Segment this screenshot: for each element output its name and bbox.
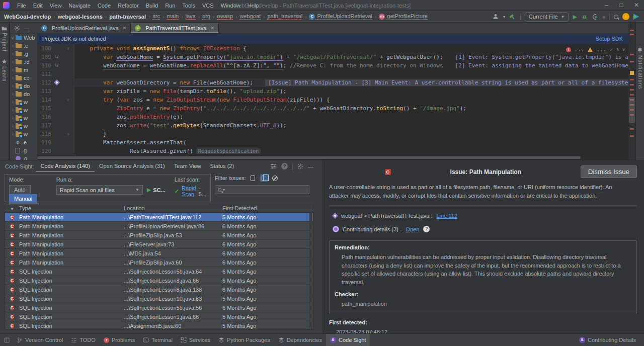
- menu-code[interactable]: Code: [94, 3, 114, 9]
- menu-window[interactable]: Window: [217, 3, 244, 9]
- tab-close-icon[interactable]: ✕: [123, 26, 127, 31]
- issue-row[interactable]: CSQL Injection...\SqlInjectionLesson5b.j…: [5, 267, 313, 276]
- fold-marker[interactable]: [62, 87, 74, 96]
- scan-button[interactable]: ▶ SC...: [147, 187, 166, 193]
- code-sight-tab[interactable]: Status (2): [205, 160, 238, 172]
- fold-marker[interactable]: [62, 113, 74, 121]
- code-sight-tab[interactable]: Code Analysis (140): [36, 160, 94, 172]
- filter-all-files-icon[interactable]: [260, 174, 268, 182]
- menu-vcs[interactable]: VCS: [199, 3, 217, 9]
- next-issue-icon[interactable]: ∨: [622, 47, 625, 52]
- fold-marker[interactable]: [62, 121, 74, 130]
- menu-file[interactable]: File: [14, 3, 30, 9]
- statusbar-problems[interactable]: !Problems: [100, 334, 139, 346]
- issue-row[interactable]: CSQL Injection...\Assignment5.java:605 M…: [5, 321, 313, 330]
- issue-row[interactable]: CSQL Injection...\SqlInjectionLesson10.j…: [5, 294, 313, 303]
- tree-item[interactable]: ›w: [10, 114, 37, 122]
- code-line[interactable]: 115 ZipEntry e = new ZipEntry("../../../…: [37, 104, 635, 113]
- menu-help[interactable]: Help: [244, 3, 263, 9]
- tree-root-item[interactable]: ∨Web: [10, 34, 37, 42]
- breadcrumb-item[interactable]: main: [167, 13, 179, 20]
- breadcrumb-item[interactable]: webgoat-lessons: [58, 14, 103, 20]
- menu-view[interactable]: View: [46, 3, 65, 9]
- panel-settings-gear-icon[interactable]: [297, 163, 303, 169]
- toolwindow-switcher-icon[interactable]: [4, 337, 10, 343]
- issue-row[interactable]: CPath Manipulation...\ProfileUploadRetri…: [5, 222, 313, 231]
- project-settings-gear-icon[interactable]: [14, 25, 20, 31]
- build-hammer-icon[interactable]: [509, 13, 516, 20]
- column-location[interactable]: Location: [124, 205, 222, 212]
- fold-marker[interactable]: [62, 104, 74, 113]
- notifications-bell-icon[interactable]: [637, 47, 643, 53]
- breadcrumb-item[interactable]: path-traversal: [109, 14, 146, 20]
- table-scrollbar[interactable]: [309, 213, 312, 329]
- statusbar-contributing-details[interactable]: SContributing Details: [575, 334, 640, 346]
- statusbar-code-sight[interactable]: SCode Sight: [326, 334, 370, 346]
- maximize-button[interactable]: □: [614, 0, 629, 11]
- issue-search-input[interactable]: ▾: [215, 185, 309, 194]
- tree-item[interactable]: ⚙.e: [10, 138, 37, 146]
- editor-error-stripe[interactable]: [628, 23, 635, 160]
- notifications-strip-label[interactable]: Notifications: [637, 55, 643, 89]
- fold-marker[interactable]: [62, 70, 74, 78]
- tree-item[interactable]: ›co: [10, 74, 37, 82]
- taint-diamond-icon[interactable]: [54, 79, 59, 85]
- tree-item[interactable]: ›w: [10, 130, 37, 138]
- code-line[interactable]: 116 zos.putNextEntry(e);: [37, 113, 635, 121]
- issue-table-header[interactable]: ▼ Type Location First Detected: [5, 205, 313, 213]
- fold-marker[interactable]: ∨: [62, 44, 74, 53]
- fold-marker[interactable]: ∧: [62, 130, 74, 138]
- contributing-help-icon[interactable]: ?: [423, 226, 430, 232]
- code-line[interactable]: 111: [37, 70, 635, 78]
- taint-flow-icon[interactable]: [54, 63, 60, 68]
- close-button[interactable]: ✕: [629, 0, 644, 11]
- panel-minimize-icon[interactable]: —: [308, 163, 313, 169]
- menu-refactor[interactable]: Refactor: [114, 3, 142, 9]
- fold-marker[interactable]: [62, 138, 74, 147]
- coverage-icon[interactable]: [592, 14, 598, 20]
- fold-marker[interactable]: [62, 147, 74, 155]
- run-config-selector[interactable]: Current File ▼: [525, 12, 569, 22]
- statusbar-todo[interactable]: TODO: [67, 334, 100, 346]
- tree-item[interactable]: ›do: [10, 90, 37, 98]
- issue-row[interactable]: CPath Manipulation...\PathTraversalITTes…: [5, 213, 313, 222]
- breadcrumb-item[interactable]: org: [202, 13, 210, 20]
- breadcrumb-item[interactable]: owasp: [217, 13, 233, 20]
- minimize-button[interactable]: –: [599, 0, 614, 11]
- project-toolwindow-icon[interactable]: [2, 26, 7, 31]
- statusbar-python-packages[interactable]: Python Packages: [214, 334, 274, 346]
- editor-tab[interactable]: CPathTraversalITTest.java✕: [131, 23, 219, 33]
- contributing-open-link[interactable]: Open: [406, 226, 419, 232]
- code-line[interactable]: 120 RestAssured.given()RequestSpecificat…: [37, 147, 635, 155]
- fold-marker[interactable]: [62, 53, 74, 61]
- menu-tools[interactable]: Tools: [179, 3, 199, 9]
- menu-navigate[interactable]: Navigate: [65, 3, 94, 9]
- tree-item[interactable]: .g: [10, 146, 37, 154]
- tree-item[interactable]: ›w: [10, 106, 37, 114]
- issue-row[interactable]: CPath Manipulation...\FileServer.java:73…: [5, 240, 313, 249]
- setup-sdk-link[interactable]: Setup SDK: [596, 36, 623, 42]
- breadcrumb-item[interactable]: mgetProfilePicture: [379, 13, 428, 20]
- tree-item[interactable]: ›.c: [10, 42, 37, 50]
- left-strip-learn-label[interactable]: Learn: [2, 66, 7, 82]
- filter-severity-icon[interactable]: [271, 174, 279, 182]
- breadcrumb-item[interactable]: java: [186, 13, 196, 20]
- run-button[interactable]: ▶: [573, 14, 577, 20]
- breadcrumb-item[interactable]: WebGoat-develop: [4, 14, 51, 20]
- code-line[interactable]: 109 var webGoatHome = System.getProperty…: [37, 53, 635, 61]
- profile-caret-icon[interactable]: ▾: [503, 15, 505, 19]
- statusbar-version-control[interactable]: Version Control: [13, 334, 67, 346]
- fold-marker[interactable]: [62, 61, 74, 70]
- view-options-icon[interactable]: [270, 163, 277, 169]
- profiler-icon[interactable]: [633, 14, 639, 20]
- menu-run[interactable]: Run: [162, 3, 179, 9]
- issue-line-link[interactable]: Line 112: [436, 213, 457, 219]
- project-panel-hide-icon[interactable]: —: [24, 25, 30, 31]
- taint-flow-icon[interactable]: [54, 54, 60, 60]
- editor-tab[interactable]: CProfileUploadRetrieval.java✕: [37, 23, 131, 33]
- learn-toolwindow-icon[interactable]: [2, 59, 7, 64]
- code-line[interactable]: 114∨ try (var zos = new ZipOutputStream(…: [37, 96, 635, 104]
- code-area[interactable]: ! ... ... ✓ ∧ ∨ 108∨ private void assign…: [37, 44, 635, 156]
- help-icon[interactable]: ?: [281, 163, 288, 169]
- statusbar-terminal[interactable]: Terminal: [139, 334, 177, 346]
